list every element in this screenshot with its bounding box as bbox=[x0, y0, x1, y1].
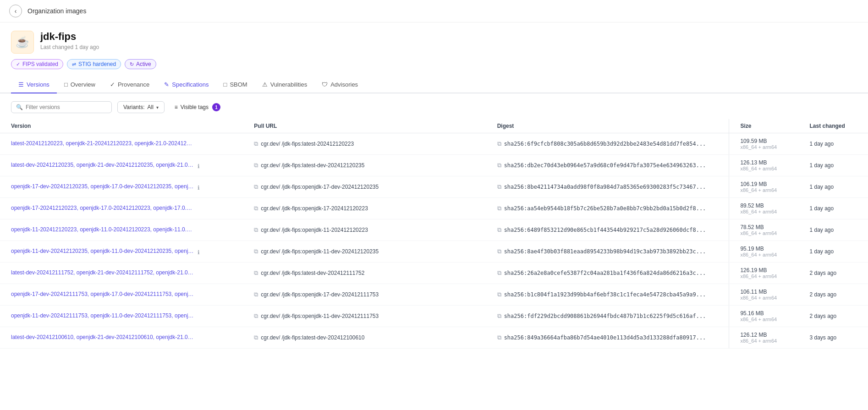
pull-url-cell: ⧉ cgr.dev/ /jdk-fips:openjdk-17-dev-2024… bbox=[243, 176, 486, 198]
tab-versions[interactable]: ☰ Versions bbox=[11, 77, 57, 93]
copy-digest-icon[interactable]: ⧉ bbox=[497, 269, 501, 277]
version-cell[interactable]: openjdk-17-202412120223, openjdk-17.0-20… bbox=[0, 198, 243, 219]
tab-overview[interactable]: □ Overview bbox=[57, 77, 103, 93]
digest-text: sha256:6489f853212d90e865cb1f443544b9292… bbox=[504, 227, 706, 233]
size-arch: x86_64 + arm64 bbox=[740, 187, 787, 193]
copy-url-icon[interactable]: ⧉ bbox=[254, 183, 258, 191]
copy-url-icon[interactable]: ⧉ bbox=[254, 291, 258, 298]
last-changed-text: 2 days ago bbox=[809, 313, 836, 319]
size-main: 106.11 MB bbox=[740, 289, 787, 295]
last-changed-cell: 1 day ago bbox=[798, 176, 868, 198]
version-cell[interactable]: latest-202412120223, openjdk-21-20241212… bbox=[0, 133, 243, 155]
pull-url-cell: ⧉ cgr.dev/ /jdk-fips:openjdk-11-dev-2024… bbox=[243, 241, 486, 262]
overview-label: Overview bbox=[71, 81, 95, 88]
version-link[interactable]: openjdk-11-dev-202412111753, openjdk-11.… bbox=[11, 312, 194, 319]
copy-url-icon[interactable]: ⧉ bbox=[254, 226, 258, 234]
info-icon[interactable]: ℹ bbox=[198, 249, 200, 256]
version-link[interactable]: openjdk-17-dev-202412111753, openjdk-17.… bbox=[11, 291, 194, 297]
copy-digest-icon[interactable]: ⧉ bbox=[497, 312, 501, 320]
pull-url-text: cgr.dev/ /jdk-fips:latest-dev-2024121117… bbox=[261, 270, 364, 276]
advisories-icon: 🛡 bbox=[322, 81, 328, 88]
size-arch: x86_64 + arm64 bbox=[740, 252, 787, 257]
filter-icon: ≡ bbox=[175, 104, 178, 110]
col-size: Size bbox=[729, 119, 799, 133]
size-main: 95.19 MB bbox=[740, 246, 787, 252]
versions-label: Versions bbox=[27, 81, 49, 88]
version-cell[interactable]: latest-dev-202412100610, openjdk-21-dev-… bbox=[0, 327, 243, 349]
version-link[interactable]: latest-dev-202412100610, openjdk-21-dev-… bbox=[11, 334, 194, 340]
pull-url-cell: ⧉ cgr.dev/ /jdk-fips:openjdk-17-20241212… bbox=[243, 198, 486, 219]
version-link[interactable]: latest-dev-202412120235, openjdk-21-dev-… bbox=[11, 162, 194, 168]
digest-text: sha256:fdf229d2bcdd908861b26944fbdc487b7… bbox=[504, 313, 706, 319]
image-subtitle: Last changed 1 day ago bbox=[40, 44, 99, 50]
provenance-label: Provenance bbox=[118, 81, 149, 88]
size-cell: 78.52 MB x86_64 + arm64 bbox=[729, 219, 799, 241]
search-input[interactable] bbox=[26, 104, 107, 110]
info-icon[interactable]: ℹ bbox=[198, 163, 200, 169]
tab-advisories[interactable]: 🛡 Advisories bbox=[314, 77, 365, 93]
copy-digest-icon[interactable]: ⧉ bbox=[497, 248, 501, 255]
size-cell: 126.19 MB x86_64 + arm64 bbox=[729, 262, 799, 284]
copy-url-icon[interactable]: ⧉ bbox=[254, 205, 258, 212]
specifications-icon: ✎ bbox=[164, 81, 169, 88]
pull-url-cell: ⧉ cgr.dev/ /jdk-fips:latest-dev-20241210… bbox=[243, 327, 486, 349]
table-header: Version Pull URL Digest Size Last change… bbox=[0, 119, 868, 133]
table-row: openjdk-11-dev-202412111753, openjdk-11.… bbox=[0, 306, 868, 327]
badge-stig: ⇌ STIG hardened bbox=[67, 59, 121, 69]
version-link[interactable]: latest-202412120223, openjdk-21-20241212… bbox=[11, 140, 194, 147]
last-changed-text: 2 days ago bbox=[809, 291, 836, 298]
table-row: latest-dev-202412111752, openjdk-21-dev-… bbox=[0, 262, 868, 284]
tab-provenance[interactable]: ✓ Provenance bbox=[103, 77, 157, 93]
version-cell[interactable]: openjdk-11-dev-202412111753, openjdk-11.… bbox=[0, 306, 243, 327]
version-link[interactable]: openjdk-11-dev-202412120235, openjdk-11.… bbox=[11, 248, 194, 254]
vulnerabilities-icon: ⚠ bbox=[262, 81, 268, 88]
last-changed-cell: 1 day ago bbox=[798, 219, 868, 241]
version-link[interactable]: openjdk-17-dev-202412120235, openjdk-17.… bbox=[11, 183, 194, 190]
digest-cell: ⧉ sha256:db2ec70d43eb0964e57a9d68c0fe9d4… bbox=[486, 155, 729, 176]
copy-digest-icon[interactable]: ⧉ bbox=[497, 205, 501, 212]
table-row: openjdk-17-dev-202412120235, openjdk-17.… bbox=[0, 176, 868, 198]
size-cell: 126.13 MB x86_64 + arm64 bbox=[729, 155, 799, 176]
copy-digest-icon[interactable]: ⧉ bbox=[497, 162, 501, 169]
copy-url-icon[interactable]: ⧉ bbox=[254, 140, 258, 148]
size-arch: x86_64 + arm64 bbox=[740, 144, 787, 150]
version-cell[interactable]: latest-dev-202412120235, openjdk-21-dev-… bbox=[0, 155, 243, 176]
overview-icon: □ bbox=[64, 81, 68, 88]
info-icon[interactable]: ℹ bbox=[198, 185, 200, 191]
pull-url-text: cgr.dev/ /jdk-fips:openjdk-17-dev-202412… bbox=[261, 184, 379, 190]
version-cell[interactable]: openjdk-17-dev-202412111753, openjdk-17.… bbox=[0, 284, 243, 306]
copy-digest-icon[interactable]: ⧉ bbox=[497, 183, 501, 191]
size-arch: x86_64 + arm64 bbox=[740, 209, 787, 214]
copy-url-icon[interactable]: ⧉ bbox=[254, 269, 258, 277]
copy-digest-icon[interactable]: ⧉ bbox=[497, 334, 501, 341]
header: ☕ jdk-fips Last changed 1 day ago bbox=[0, 22, 868, 59]
copy-url-icon[interactable]: ⧉ bbox=[254, 248, 258, 255]
digest-cell: ⧉ sha256:b1c804f1a1923d99bb4af6ebf38c1c1… bbox=[486, 284, 729, 306]
version-cell[interactable]: openjdk-17-dev-202412120235, openjdk-17.… bbox=[0, 176, 243, 198]
version-cell[interactable]: openjdk-11-dev-202412120235, openjdk-11.… bbox=[0, 241, 243, 262]
version-link[interactable]: latest-dev-202412111752, openjdk-21-dev-… bbox=[11, 269, 194, 276]
size-cell: 126.12 MB x86_64 + arm64 bbox=[729, 327, 799, 349]
top-bar: ‹ Organization images bbox=[0, 0, 868, 22]
copy-digest-icon[interactable]: ⧉ bbox=[497, 140, 501, 148]
copy-url-icon[interactable]: ⧉ bbox=[254, 162, 258, 169]
copy-url-icon[interactable]: ⧉ bbox=[254, 334, 258, 341]
back-button[interactable]: ‹ bbox=[9, 5, 22, 17]
version-cell[interactable]: openjdk-11-202412120223, openjdk-11.0-20… bbox=[0, 219, 243, 241]
tab-sbom[interactable]: □ SBOM bbox=[216, 77, 255, 93]
pull-url-cell: ⧉ cgr.dev/ /jdk-fips:latest-dev-20241212… bbox=[243, 155, 486, 176]
copy-digest-icon[interactable]: ⧉ bbox=[497, 291, 501, 298]
variants-dropdown[interactable]: Variants: All ▾ bbox=[117, 101, 165, 113]
copy-digest-icon[interactable]: ⧉ bbox=[497, 226, 501, 234]
visible-tags-button[interactable]: ≡ Visible tags 1 bbox=[170, 101, 225, 114]
tab-vulnerabilities[interactable]: ⚠ Vulnerabilities bbox=[255, 77, 314, 93]
version-link[interactable]: openjdk-11-202412120223, openjdk-11.0-20… bbox=[11, 226, 194, 233]
image-title: jdk-fips bbox=[40, 31, 99, 43]
copy-url-icon[interactable]: ⧉ bbox=[254, 312, 258, 320]
variants-value: All bbox=[147, 104, 153, 110]
tab-specifications[interactable]: ✎ Specifications bbox=[157, 77, 216, 93]
size-main: 89.52 MB bbox=[740, 202, 787, 209]
version-cell[interactable]: latest-dev-202412111752, openjdk-21-dev-… bbox=[0, 262, 243, 284]
version-link[interactable]: openjdk-17-202412120223, openjdk-17.0-20… bbox=[11, 205, 194, 211]
logo: ☕ bbox=[11, 31, 34, 54]
